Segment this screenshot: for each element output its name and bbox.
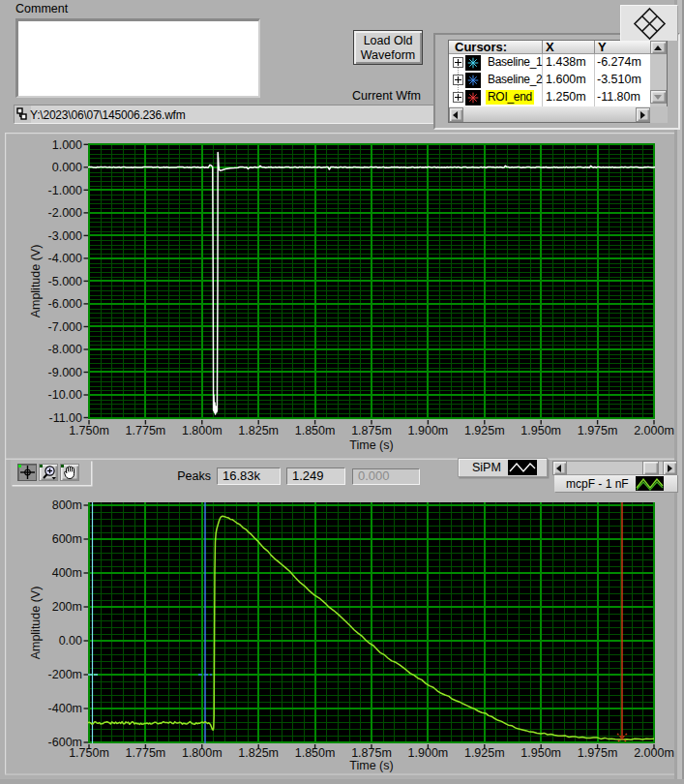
svg-text:-10.00: -10.00	[48, 388, 82, 402]
svg-text:Amplitude (V): Amplitude (V)	[29, 245, 43, 318]
svg-text:1.950m: 1.950m	[520, 746, 561, 760]
svg-text:400m: 400m	[52, 566, 82, 580]
svg-text:1.850m: 1.850m	[295, 746, 336, 760]
svg-text:1.950m: 1.950m	[520, 424, 561, 437]
svg-text:1.925m: 1.925m	[464, 746, 505, 760]
svg-text:1.800m: 1.800m	[182, 746, 223, 760]
svg-text:0.000: 0.000	[52, 161, 82, 174]
svg-text:Amplitude (V): Amplitude (V)	[29, 587, 43, 660]
svg-text:600m: 600m	[52, 532, 82, 546]
svg-text:200m: 200m	[52, 600, 82, 614]
svg-text:Time (s): Time (s)	[349, 759, 393, 772]
svg-text:-4.000: -4.000	[48, 252, 82, 265]
svg-text:1.750m: 1.750m	[69, 746, 109, 760]
svg-text:1.775m: 1.775m	[126, 746, 166, 760]
svg-text:1.825m: 1.825m	[238, 746, 279, 760]
svg-text:800m: 800m	[52, 498, 82, 512]
svg-text:1.925m: 1.925m	[464, 424, 505, 437]
svg-text:-7.000: -7.000	[48, 320, 82, 334]
svg-text:1.900m: 1.900m	[408, 424, 449, 437]
svg-text:-1.000: -1.000	[48, 184, 82, 197]
svg-text:-8.000: -8.000	[48, 343, 82, 356]
svg-text:-3.000: -3.000	[48, 229, 82, 243]
svg-text:1.800m: 1.800m	[182, 424, 223, 437]
svg-text:-9.000: -9.000	[48, 366, 82, 379]
svg-text:-400m: -400m	[48, 702, 82, 715]
svg-text:1.875m: 1.875m	[351, 424, 392, 437]
svg-text:1.775m: 1.775m	[126, 424, 166, 437]
svg-text:1.850m: 1.850m	[295, 424, 336, 437]
svg-text:-11.00: -11.00	[48, 411, 82, 425]
svg-text:-200m: -200m	[48, 668, 82, 681]
svg-text:1.975m: 1.975m	[578, 424, 618, 437]
svg-text:-6.000: -6.000	[48, 297, 82, 311]
svg-text:0.00: 0.00	[59, 634, 82, 648]
svg-text:1.825m: 1.825m	[238, 424, 279, 437]
svg-text:1.750m: 1.750m	[69, 424, 109, 437]
svg-text:-2.000: -2.000	[48, 206, 82, 220]
svg-text:1.900m: 1.900m	[408, 746, 449, 760]
svg-text:Time (s): Time (s)	[349, 438, 393, 452]
svg-text:-5.000: -5.000	[48, 275, 82, 288]
svg-text:1.975m: 1.975m	[578, 746, 618, 760]
svg-text:2.000m: 2.000m	[634, 746, 674, 760]
svg-text:1.000: 1.000	[52, 138, 82, 152]
svg-text:2.000m: 2.000m	[634, 424, 674, 437]
svg-text:1.875m: 1.875m	[351, 746, 392, 760]
